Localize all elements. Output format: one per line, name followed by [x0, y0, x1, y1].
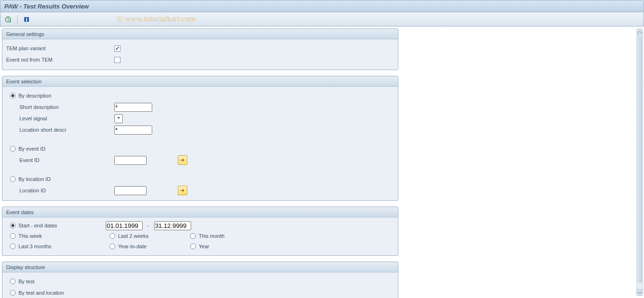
toolbar — [0, 12, 644, 27]
last-3-months-label: Last 3 months — [18, 244, 51, 249]
event-id-input[interactable] — [114, 156, 147, 165]
location-short-descr-input[interactable] — [114, 126, 152, 135]
group-event-dates: Event dates Start - end dates - This wee — [2, 207, 398, 256]
group-header: General settings — [2, 29, 398, 39]
clock-execute-icon — [5, 16, 11, 23]
svg-rect-3 — [26, 19, 27, 21]
info-button[interactable] — [22, 15, 31, 24]
this-week-label: This week — [18, 233, 42, 239]
chevron-down-icon — [638, 291, 642, 294]
radio-by-test[interactable] — [10, 279, 16, 284]
by-location-id-label: By location ID — [18, 176, 51, 182]
chevron-up-icon — [638, 31, 642, 34]
arrow-right-icon — [180, 158, 185, 163]
scroll-up-button[interactable] — [637, 29, 643, 36]
execute-button[interactable] — [3, 15, 13, 24]
arrow-right-icon — [180, 188, 185, 193]
by-test-and-location-label: By test and location — [18, 290, 64, 296]
short-description-input[interactable] — [114, 103, 152, 112]
location-short-descr-label: Location short descr — [19, 127, 66, 133]
scrollbar-thumb[interactable] — [637, 36, 642, 283]
radio-last-2-weeks[interactable] — [110, 233, 115, 239]
window-title-bar: PAW - Test Results Overview — [0, 0, 644, 12]
window-title: PAW - Test Results Overview — [4, 3, 89, 10]
group-display-structure: Display structure By test By test and lo… — [2, 262, 398, 298]
level-signal-input[interactable] — [114, 114, 123, 123]
by-description-label: By description — [18, 93, 51, 99]
location-id-input[interactable] — [114, 186, 147, 195]
start-end-dates-label: Start - end dates — [18, 223, 57, 228]
group-header: Event selection — [2, 76, 398, 87]
group-event-selection: Event selection By description Short des… — [2, 76, 398, 201]
location-id-label: Location ID — [19, 188, 46, 193]
radio-by-test-and-location[interactable] — [10, 290, 16, 296]
svg-rect-2 — [26, 18, 27, 18]
radio-by-description[interactable] — [10, 93, 16, 99]
by-event-id-label: By event ID — [18, 146, 46, 152]
group-header: Display structure — [2, 262, 398, 272]
radio-by-event-id[interactable] — [10, 146, 16, 152]
tem-plan-variant-label: TEM plan variant — [6, 45, 46, 51]
radio-year[interactable] — [190, 244, 196, 249]
event-id-label: Event ID — [19, 157, 39, 163]
tem-plan-variant-checkbox[interactable] — [114, 45, 120, 52]
radio-last-3-months[interactable] — [10, 244, 16, 249]
last-2-weeks-label: Last 2 weeks — [118, 233, 148, 239]
group-general-settings: General settings TEM plan variant Event … — [2, 28, 398, 70]
end-date-input[interactable] — [154, 221, 191, 230]
event-id-multiple-selection-button[interactable] — [178, 155, 187, 165]
start-date-input[interactable] — [106, 221, 143, 230]
group-header: Event dates — [2, 207, 398, 217]
level-signal-label: Level signal — [19, 116, 47, 121]
by-test-label: By test — [18, 279, 35, 284]
year-label: Year — [199, 244, 209, 249]
year-to-date-label: Year-to-date — [118, 244, 147, 249]
radio-year-to-date[interactable] — [110, 244, 115, 249]
location-id-multiple-selection-button[interactable] — [178, 186, 187, 195]
vertical-scrollbar[interactable] — [636, 28, 643, 296]
short-description-label: Short description — [19, 104, 59, 110]
radio-start-end-dates[interactable] — [10, 223, 16, 228]
this-month-label: This month — [199, 233, 224, 239]
radio-by-location-id[interactable] — [10, 176, 16, 182]
date-range-separator: - — [146, 223, 151, 228]
event-not-from-tem-label: Event not from TEM — [6, 57, 53, 63]
toolbar-separator — [17, 15, 18, 24]
scroll-down-button[interactable] — [637, 289, 643, 296]
event-not-from-tem-checkbox[interactable] — [114, 57, 120, 63]
radio-this-week[interactable] — [10, 233, 16, 239]
info-icon — [23, 16, 30, 23]
radio-this-month[interactable] — [190, 233, 196, 239]
